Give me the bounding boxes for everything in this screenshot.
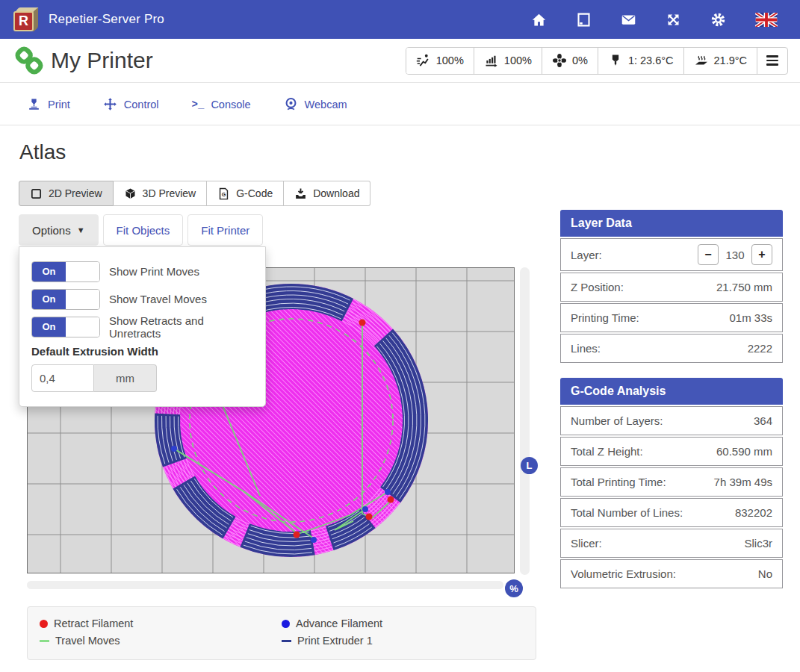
fan-status[interactable]: 0% <box>542 48 598 74</box>
toggle-row-print-moves: On Show Print Moves <box>31 261 253 282</box>
tab-gcode[interactable]: G G-Code <box>207 181 284 206</box>
layer-slider-track[interactable] <box>520 267 530 575</box>
volumetric-label: Volumetric Extrusion: <box>571 567 758 580</box>
legend-item-extruder: Print Extruder 1 <box>282 635 524 647</box>
bed-icon <box>694 53 709 68</box>
printer-header: My Printer 100% <box>0 39 800 83</box>
square-2d-icon <box>30 187 43 200</box>
table-row: Lines: 2222 <box>560 334 783 363</box>
console-icon: >_ <box>192 99 205 111</box>
preview-tab-group: 2D Preview 3D Preview G G-Code Download <box>19 181 370 206</box>
fit-printer-button[interactable]: Fit Printer <box>187 214 263 246</box>
fan-value: 0% <box>572 55 588 66</box>
zoom-slider-handle[interactable]: % <box>505 579 523 597</box>
extruder-temp-value: 1: 23.6°C <box>628 55 674 66</box>
printing-time-label: Printing Time: <box>571 311 729 324</box>
table-row: Volumetric Extrusion: No <box>560 559 783 588</box>
show-travel-moves-toggle[interactable]: On <box>31 289 100 310</box>
table-row: Z Position: 21.750 mm <box>560 273 783 302</box>
toggle-row-travel-moves: On Show Travel Moves <box>31 288 253 310</box>
show-print-moves-toggle[interactable]: On <box>31 261 100 282</box>
logo-cube-side <box>33 7 38 31</box>
fit-printer-label: Fit Printer <box>201 224 249 237</box>
tab-3d-preview-label: 3D Preview <box>143 187 196 199</box>
toggle-on-label: On <box>32 317 66 337</box>
extrusion-width-unit: mm <box>94 364 157 392</box>
extruder-dash-icon <box>282 640 291 642</box>
feedrate-status[interactable]: 100% <box>406 48 474 74</box>
bed-temp-value: 21.9°C <box>714 55 748 66</box>
show-retracts-label: Show Retracts and Unretracts <box>109 314 253 340</box>
show-travel-moves-label: Show Travel Moves <box>109 293 207 305</box>
printer-status-bar: 100% 100% <box>406 47 788 75</box>
flow-value: 100% <box>504 55 532 66</box>
retract-dot-icon <box>40 620 48 628</box>
tab-webcam[interactable]: Webcam <box>284 97 347 111</box>
extrusion-width-group: mm <box>31 364 157 392</box>
extrusion-width-input[interactable] <box>31 364 94 392</box>
toggle-off-segment <box>66 262 99 281</box>
total-lines-label: Total Number of Lines: <box>571 506 735 519</box>
layer-minus-button[interactable]: − <box>698 244 719 265</box>
extruder-icon <box>608 53 623 68</box>
fit-objects-button[interactable]: Fit Objects <box>103 214 184 246</box>
tab-2d-preview[interactable]: 2D Preview <box>19 181 114 206</box>
table-row: Number of Layers: 364 <box>560 406 783 435</box>
download-icon <box>294 187 307 200</box>
printer-menu-button[interactable] <box>757 48 787 74</box>
tab-print[interactable]: Print <box>27 97 70 111</box>
options-dropdown-button[interactable]: Options ▼ <box>19 214 99 246</box>
show-retracts-toggle[interactable]: On <box>31 317 100 337</box>
extruder-temp-status[interactable]: 1: 23.6°C <box>598 48 684 74</box>
fullscreen-icon[interactable] <box>666 12 681 28</box>
feedrate-value: 100% <box>436 55 464 66</box>
zoom-slider-track[interactable] <box>27 581 503 589</box>
job-title: Atlas <box>19 140 66 164</box>
tab-3d-preview[interactable]: 3D Preview <box>114 181 208 206</box>
layer-plus-button[interactable]: + <box>751 244 772 265</box>
feedrate-icon <box>416 53 431 68</box>
flow-icon <box>484 53 499 68</box>
tab-console-label: Console <box>211 99 250 111</box>
lines-label: Lines: <box>571 342 748 355</box>
toggle-on-label: On <box>32 290 66 309</box>
tab-download-label: Download <box>313 187 359 199</box>
printer-name: My Printer <box>51 48 153 73</box>
navbar-icons <box>531 12 787 28</box>
messages-icon[interactable] <box>621 12 636 28</box>
legend-item-retract: Retract Filament <box>40 617 282 629</box>
z-height-label: Total Z Height: <box>571 445 716 458</box>
flow-status[interactable]: 100% <box>474 48 542 74</box>
move-cross-icon <box>103 97 117 111</box>
z-position-value: 21.750 mm <box>716 281 772 293</box>
svg-text:G: G <box>222 192 226 198</box>
toggle-on-label: On <box>32 262 66 281</box>
manual-icon[interactable] <box>576 12 592 28</box>
table-row: Total Number of Lines: 832202 <box>560 498 783 527</box>
extrusion-width-heading: Default Extrusion Width <box>31 345 253 358</box>
table-row: Slicer: Slic3r <box>560 529 783 558</box>
volumetric-value: No <box>758 567 772 580</box>
legend-advance-label: Advance Filament <box>296 617 382 629</box>
tab-control[interactable]: Control <box>103 97 159 111</box>
lines-value: 2222 <box>748 342 772 355</box>
layer-slider-handle[interactable]: L <box>521 457 538 474</box>
total-time-value: 7h 39m 49s <box>714 476 772 488</box>
bed-temp-status[interactable]: 21.9°C <box>684 48 758 74</box>
fan-icon <box>552 53 567 68</box>
num-layers-value: 364 <box>754 414 772 427</box>
advance-dot-icon <box>282 620 290 628</box>
legend-column-right: Advance Filament Print Extruder 1 <box>282 617 524 649</box>
tab-download[interactable]: Download <box>284 181 370 206</box>
home-icon[interactable] <box>531 12 547 28</box>
tab-gcode-label: G-Code <box>236 187 273 199</box>
language-flag-icon[interactable] <box>755 13 778 27</box>
settings-icon[interactable] <box>710 12 726 28</box>
app-title: Repetier-Server Pro <box>49 12 164 27</box>
tab-console[interactable]: >_ Console <box>192 99 251 111</box>
printing-time-value: 01m 33s <box>729 311 772 324</box>
z-height-value: 60.590 mm <box>716 445 772 458</box>
legend-column-left: Retract Filament Travel Moves <box>40 617 282 649</box>
preview-legend: Retract Filament Travel Moves Advance Fi… <box>27 606 536 660</box>
repetier-logo[interactable]: R <box>13 7 38 32</box>
